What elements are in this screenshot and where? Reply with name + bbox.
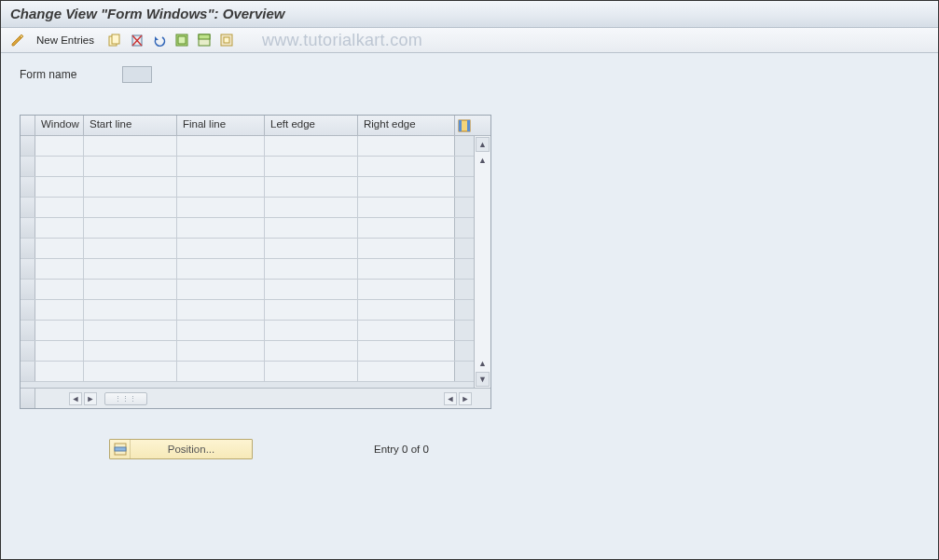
svg-rect-6 [178,36,186,44]
scroll-right-end-icon[interactable]: ► [459,392,472,405]
form-name-label: Form name [20,68,113,81]
footer-row: Position... Entry 0 of 0 [109,439,919,459]
scroll-up-secondary-icon[interactable]: ▲ [475,153,490,168]
entry-status: Entry 0 of 0 [374,444,429,455]
position-button[interactable]: Position... [109,439,253,459]
select-all-icon[interactable] [173,31,191,49]
table-row[interactable] [21,157,474,177]
scroll-up-icon[interactable]: ▲ [476,137,490,152]
scroll-left-icon[interactable]: ◄ [69,392,82,405]
toolbar: New Entries www.tutorialkart.com [1,28,938,53]
new-entries-button[interactable]: New Entries [31,32,100,48]
position-label: Position... [131,444,252,455]
delete-icon[interactable] [128,31,146,49]
scroll-down-secondary-icon[interactable]: ▲ [475,356,490,371]
svg-rect-15 [115,447,126,451]
svg-rect-1 [112,34,119,44]
row-selector-header[interactable] [21,116,35,135]
scroll-right-icon[interactable]: ► [84,392,97,405]
col-header-right-edge[interactable]: Right edge [358,116,455,135]
grid-header-row: Window Start line Final line Left edge R… [21,116,490,136]
form-name-row: Form name [20,66,919,83]
page-title: Change View "Form Windows": Overview [10,6,284,21]
column-config-icon[interactable] [455,116,474,135]
col-header-final-line[interactable]: Final line [177,116,265,135]
undo-icon[interactable] [150,31,169,49]
content-area: Form name Window Start line Final line L… [1,53,938,559]
col-header-start-line[interactable]: Start line [84,116,177,135]
copy-icon[interactable] [105,31,124,49]
col-header-window[interactable]: Window [35,116,84,135]
grid-body: ▲ ▲ ▲ ▼ [21,136,490,388]
table-row[interactable] [21,218,474,239]
table-row[interactable] [21,362,474,382]
table-row[interactable] [21,341,474,362]
title-bar: Change View "Form Windows": Overview [1,1,938,28]
table-row[interactable] [21,177,474,198]
svg-rect-8 [199,34,210,39]
form-windows-grid: Window Start line Final line Left edge R… [20,115,491,409]
grid-rows [21,136,474,388]
toggle-change-icon[interactable] [8,31,27,49]
deselect-all-icon[interactable] [217,31,236,49]
scroll-left-end-icon[interactable]: ◄ [444,392,457,405]
svg-rect-12 [459,120,462,131]
scroll-thumb[interactable]: ⋮⋮⋮ [104,392,147,405]
table-row[interactable] [21,198,474,218]
position-icon [110,440,131,458]
scroll-down-icon[interactable]: ▼ [476,372,490,387]
svg-rect-10 [224,37,229,43]
table-row[interactable] [21,136,474,157]
svg-rect-13 [467,120,470,131]
form-name-input[interactable] [122,66,152,83]
col-header-left-edge[interactable]: Left edge [265,116,358,135]
select-block-icon[interactable] [195,31,214,49]
table-row[interactable] [21,259,474,280]
table-row[interactable] [21,280,474,300]
vertical-scrollbar[interactable]: ▲ ▲ ▲ ▼ [474,136,490,388]
horizontal-scrollbar: ◄ ► ⋮⋮⋮ ◄ ► [21,388,490,408]
table-row[interactable] [21,300,474,321]
watermark-text: www.tutorialkart.com [262,31,422,50]
table-row[interactable] [21,239,474,259]
table-row[interactable] [21,321,474,341]
